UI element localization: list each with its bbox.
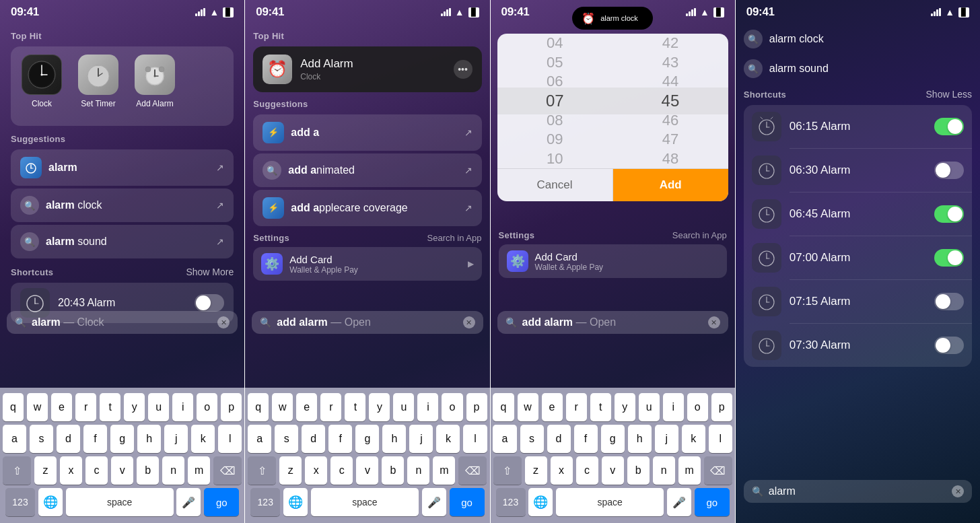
suggestion-add-a[interactable]: ⚡ add a ↗	[253, 114, 481, 151]
key-v-1[interactable]: v	[111, 456, 133, 485]
key-s-3[interactable]: s	[520, 425, 544, 453]
key-del-2[interactable]: ⌫	[458, 456, 487, 485]
show-less-button[interactable]: Show Less	[926, 89, 972, 100]
key-m-1[interactable]: m	[188, 456, 210, 485]
key-go-1[interactable]: go	[204, 488, 239, 516]
alarm-toggle-0700[interactable]	[934, 249, 964, 267]
key-m-2[interactable]: m	[433, 456, 455, 485]
key-d-2[interactable]: d	[302, 425, 325, 453]
ellipsis-button-2[interactable]: •••	[454, 60, 473, 79]
key-f-1[interactable]: f	[83, 425, 107, 453]
key-w-3[interactable]: w	[518, 393, 538, 421]
key-h-3[interactable]: h	[628, 425, 652, 453]
key-k-2[interactable]: k	[436, 425, 460, 453]
key-z-1[interactable]: z	[34, 456, 57, 485]
key-v-2[interactable]: v	[356, 456, 378, 485]
key-m-3[interactable]: m	[678, 456, 701, 485]
key-a-1[interactable]: a	[3, 425, 26, 453]
key-emoji-3[interactable]: 🌐	[528, 488, 553, 516]
key-u-3[interactable]: u	[639, 393, 660, 421]
key-y-3[interactable]: y	[615, 393, 635, 421]
key-e-1[interactable]: e	[51, 393, 72, 421]
key-go-2[interactable]: go	[450, 488, 485, 516]
key-space-2[interactable]: space	[311, 488, 419, 516]
key-n-3[interactable]: n	[653, 456, 675, 485]
key-q-1[interactable]: q	[3, 393, 24, 421]
key-c-3[interactable]: c	[576, 456, 598, 485]
key-e-2[interactable]: e	[296, 393, 317, 421]
key-d-3[interactable]: d	[547, 425, 571, 453]
key-shift-1[interactable]: ⇧	[3, 456, 31, 485]
key-emoji-1[interactable]: 🌐	[38, 488, 63, 516]
top-hit-card-2[interactable]: ⏰ Add Alarm Clock •••	[253, 46, 481, 92]
key-r-1[interactable]: r	[75, 393, 96, 421]
key-space-1[interactable]: space	[66, 488, 174, 516]
app-timer[interactable]: Set Timer	[74, 55, 123, 108]
alarm-toggle-0715[interactable]	[934, 293, 964, 310]
key-o-3[interactable]: o	[687, 393, 708, 421]
settings-add-card-3[interactable]: ⚙️ Add Card Wallet & Apple Pay	[499, 244, 727, 278]
key-i-3[interactable]: i	[663, 393, 684, 421]
key-y-2[interactable]: y	[369, 393, 390, 421]
key-123-1[interactable]: 123	[5, 488, 35, 516]
search-bar-4[interactable]: 🔍 alarm ✕	[744, 480, 972, 503]
key-n-1[interactable]: n	[162, 456, 184, 485]
key-del-3[interactable]: ⌫	[704, 456, 732, 485]
key-r-2[interactable]: r	[320, 393, 341, 421]
key-k-3[interactable]: k	[682, 425, 705, 453]
key-b-3[interactable]: b	[627, 456, 650, 485]
key-q-3[interactable]: q	[493, 393, 514, 421]
key-u-2[interactable]: u	[393, 393, 414, 421]
key-t-2[interactable]: t	[345, 393, 365, 421]
key-l-2[interactable]: l	[463, 425, 487, 453]
app-alarm[interactable]: Add Alarm	[131, 55, 179, 108]
key-a-3[interactable]: a	[493, 425, 516, 453]
settings-add-card-2[interactable]: ⚙️ Add Card Wallet & Apple Pay ▶	[253, 247, 481, 281]
suggestion-alarm-clock[interactable]: 🔍 alarm clock ↗	[11, 188, 234, 222]
key-h-1[interactable]: h	[137, 425, 161, 453]
key-z-3[interactable]: z	[525, 456, 547, 485]
key-d-1[interactable]: d	[57, 425, 80, 453]
alarm-toggle-0630[interactable]	[934, 162, 964, 179]
picker-hours-drum[interactable]: 04 05 06 07 08 09 10	[497, 34, 613, 168]
key-l-3[interactable]: l	[709, 425, 732, 453]
key-j-2[interactable]: j	[409, 425, 433, 453]
key-x-1[interactable]: x	[60, 456, 82, 485]
key-n-2[interactable]: n	[407, 456, 429, 485]
search-bar-2[interactable]: 🔍 add alarm — Open ✕	[252, 311, 483, 334]
key-g-3[interactable]: g	[601, 425, 625, 453]
key-mic-3[interactable]: 🎤	[667, 488, 691, 516]
suggestion-add-animated[interactable]: 🔍 add animated ↗	[253, 153, 481, 187]
key-f-3[interactable]: f	[574, 425, 598, 453]
key-z-2[interactable]: z	[279, 456, 302, 485]
key-e-3[interactable]: e	[542, 393, 563, 421]
key-u-1[interactable]: u	[148, 393, 169, 421]
show-more-button[interactable]: Show More	[186, 267, 234, 277]
key-b-1[interactable]: b	[137, 456, 159, 485]
key-space-3[interactable]: space	[556, 488, 664, 516]
key-b-2[interactable]: b	[382, 456, 404, 485]
key-i-1[interactable]: i	[172, 393, 193, 421]
key-o-1[interactable]: o	[197, 393, 217, 421]
key-g-2[interactable]: g	[355, 425, 379, 453]
key-j-1[interactable]: j	[164, 425, 188, 453]
key-k-1[interactable]: k	[191, 425, 215, 453]
key-p-3[interactable]: p	[711, 393, 732, 421]
key-r-3[interactable]: r	[566, 393, 587, 421]
key-y-1[interactable]: y	[124, 393, 145, 421]
search-clear-4[interactable]: ✕	[952, 485, 964, 497]
key-w-2[interactable]: w	[272, 393, 293, 421]
search-clear-3[interactable]: ✕	[708, 316, 720, 328]
key-t-1[interactable]: t	[100, 393, 120, 421]
key-mic-2[interactable]: 🎤	[422, 488, 446, 516]
key-a-2[interactable]: a	[248, 425, 271, 453]
suggestion-alarm-sound[interactable]: 🔍 alarm sound ↗	[11, 225, 234, 258]
key-t-3[interactable]: t	[590, 393, 611, 421]
key-s-2[interactable]: s	[275, 425, 298, 453]
key-shift-3[interactable]: ⇧	[493, 456, 522, 485]
picker-minutes-drum[interactable]: 42 43 44 45 46 47 48	[612, 34, 728, 168]
key-emoji-2[interactable]: 🌐	[283, 488, 308, 516]
key-123-3[interactable]: 123	[496, 488, 526, 516]
key-f-2[interactable]: f	[328, 425, 352, 453]
key-p-2[interactable]: p	[466, 393, 487, 421]
